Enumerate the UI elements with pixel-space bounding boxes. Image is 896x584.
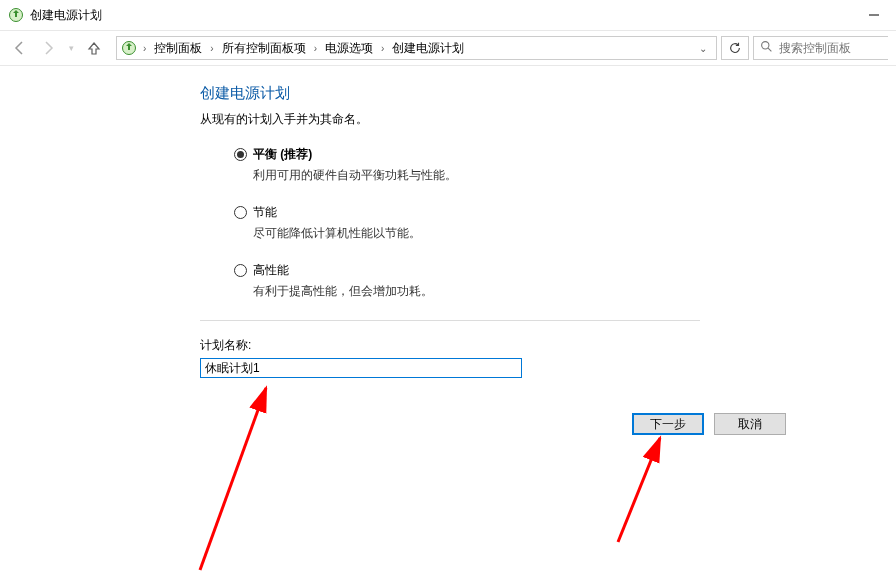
plan-name-label: 计划名称: bbox=[200, 337, 720, 354]
footer: 下一步 取消 bbox=[0, 413, 896, 435]
titlebar: 创建电源计划 bbox=[0, 0, 896, 30]
search-input[interactable] bbox=[779, 41, 882, 55]
radio-icon[interactable] bbox=[234, 264, 247, 277]
plan-name-input[interactable] bbox=[200, 358, 522, 378]
up-button[interactable] bbox=[82, 36, 106, 60]
cancel-button[interactable]: 取消 bbox=[714, 413, 786, 435]
plan-option-balanced[interactable]: 平衡 (推荐) 利用可用的硬件自动平衡功耗与性能。 bbox=[234, 146, 720, 184]
address-dropdown-icon[interactable]: ⌄ bbox=[694, 43, 712, 54]
option-description: 有利于提高性能，但会增加功耗。 bbox=[234, 283, 720, 300]
option-label: 平衡 (推荐) bbox=[253, 146, 312, 163]
option-label: 节能 bbox=[253, 204, 277, 221]
app-icon bbox=[8, 7, 24, 23]
next-button[interactable]: 下一步 bbox=[632, 413, 704, 435]
radio-icon[interactable] bbox=[234, 206, 247, 219]
minimize-button[interactable] bbox=[851, 0, 896, 30]
option-description: 尽可能降低计算机性能以节能。 bbox=[234, 225, 720, 242]
window-title: 创建电源计划 bbox=[30, 7, 102, 24]
radio-icon[interactable] bbox=[234, 148, 247, 161]
page-subheading: 从现有的计划入手并为其命名。 bbox=[200, 111, 720, 128]
recent-locations-button[interactable]: ▾ bbox=[64, 36, 78, 60]
chevron-right-icon: › bbox=[310, 43, 321, 54]
chevron-right-icon: › bbox=[377, 43, 388, 54]
content: 创建电源计划 从现有的计划入手并为其命名。 平衡 (推荐) 利用可用的硬件自动平… bbox=[0, 66, 720, 378]
option-label: 高性能 bbox=[253, 262, 289, 279]
option-description: 利用可用的硬件自动平衡功耗与性能。 bbox=[234, 167, 720, 184]
svg-line-4 bbox=[768, 48, 771, 51]
search-icon bbox=[760, 40, 773, 56]
navbar: ▾ › 控制面板 › 所有控制面板项 › 电源选项 › 创建电源计划 ⌄ bbox=[0, 30, 896, 66]
cancel-button-label: 取消 bbox=[738, 416, 762, 433]
chevron-right-icon: › bbox=[139, 43, 150, 54]
refresh-button[interactable] bbox=[721, 36, 749, 60]
back-button[interactable] bbox=[8, 36, 32, 60]
breadcrumb-item[interactable]: 电源选项 bbox=[323, 40, 375, 57]
forward-button[interactable] bbox=[36, 36, 60, 60]
plan-option-powersaver[interactable]: 节能 尽可能降低计算机性能以节能。 bbox=[234, 204, 720, 242]
svg-point-3 bbox=[762, 42, 769, 49]
chevron-right-icon: › bbox=[206, 43, 217, 54]
plan-option-highperf[interactable]: 高性能 有利于提高性能，但会增加功耗。 bbox=[234, 262, 720, 300]
breadcrumb-item[interactable]: 控制面板 bbox=[152, 40, 204, 57]
next-button-label: 下一步 bbox=[650, 416, 686, 433]
page-heading: 创建电源计划 bbox=[200, 84, 720, 103]
breadcrumb-item[interactable]: 所有控制面板项 bbox=[220, 40, 308, 57]
divider bbox=[200, 320, 700, 321]
address-bar[interactable]: › 控制面板 › 所有控制面板项 › 电源选项 › 创建电源计划 ⌄ bbox=[116, 36, 717, 60]
annotation-arrow bbox=[600, 432, 700, 552]
breadcrumb-item[interactable]: 创建电源计划 bbox=[390, 40, 466, 57]
plan-options: 平衡 (推荐) 利用可用的硬件自动平衡功耗与性能。 节能 尽可能降低计算机性能以… bbox=[200, 146, 720, 300]
search-box[interactable] bbox=[753, 36, 888, 60]
svg-line-6 bbox=[618, 438, 660, 542]
location-icon bbox=[121, 40, 137, 56]
annotation-arrow bbox=[170, 380, 290, 580]
